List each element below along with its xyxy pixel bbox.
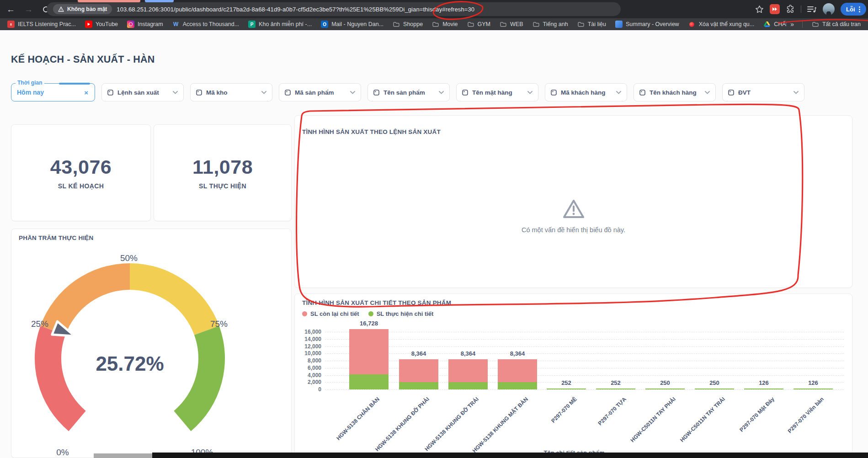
bookmark-item[interactable]: WEB	[495, 19, 527, 29]
gauge-segment	[174, 326, 225, 431]
chevron-down-icon	[439, 91, 444, 94]
label-icon	[107, 90, 113, 96]
filter-time-clear-icon[interactable]: ×	[83, 89, 89, 96]
stacked-bar[interactable]	[744, 389, 783, 389]
bookmark-item[interactable]: OMail - Nguyen Dan...	[316, 19, 388, 29]
filter-chip-label: Tên mặt hàng	[472, 89, 523, 96]
bar-value-label: 126	[743, 379, 784, 386]
profile-avatar[interactable]	[823, 3, 835, 15]
back-icon[interactable]: ←	[6, 5, 15, 14]
stat-card-plan[interactable]: 43,076 SL KẾ HOẠCH	[11, 124, 151, 221]
error-card-title: TÌNH HÌNH SẢN XUẤT THEO LỆNH SẢN XUẤT	[302, 128, 441, 135]
filter-chip-label: ĐVT	[738, 89, 789, 96]
error-message: Có một vấn đề hiển thị biểu đồ này.	[522, 226, 625, 234]
y-axis-tick-label: 0	[295, 386, 321, 393]
gauge-segment	[130, 263, 219, 335]
filter-time-label: Thời gian	[16, 80, 44, 86]
stacked-bar[interactable]	[547, 389, 586, 389]
all-bookmarks-item[interactable]: Tất cả dấu tran	[807, 19, 865, 29]
bar-segment-actual	[349, 374, 389, 389]
media-playlist-icon[interactable]	[807, 5, 817, 13]
bar-value-label: 252	[595, 379, 636, 386]
label-icon	[196, 90, 202, 96]
bar-chart-card[interactable]: TÌNH HÌNH SẢN XUẤT CHI TIẾT THEO SẢN PHẨ…	[294, 293, 852, 458]
filter-chip[interactable]: Lệnh sản xuất	[101, 83, 184, 101]
filter-chip-label: Mã kho	[206, 89, 257, 96]
bookmarks-overflow-icon[interactable]: »	[787, 21, 798, 28]
bookmark-label: WEB	[510, 21, 523, 27]
bookmark-item[interactable]: ‖IELTS Listening Prac...	[3, 19, 80, 29]
bookmark-star-icon[interactable]	[755, 5, 764, 14]
stat-card-actual[interactable]: 11,078 SL THỰC HIỆN	[154, 124, 292, 221]
bookmark-item[interactable]: Tài liệu	[573, 19, 611, 29]
gauge-card-title: PHẦN TRĂM THỰC HIỆN	[19, 234, 94, 241]
filter-chip[interactable]: Mã sản phẩm	[279, 83, 361, 101]
all-bookmarks-label: Tất cả dấu tran	[822, 21, 861, 27]
bar-value-label: 250	[644, 379, 686, 386]
stacked-bar[interactable]	[349, 329, 389, 389]
stacked-bar[interactable]	[695, 389, 734, 389]
fast-forward-extension-icon[interactable]	[770, 4, 780, 14]
bookmark-item[interactable]: CHẤM CÔNG NHÀ...	[759, 19, 787, 29]
gauge-segment	[41, 263, 130, 335]
stacked-bar[interactable]	[399, 359, 438, 389]
stacked-bar[interactable]	[645, 389, 685, 389]
bookmark-item[interactable]: PKho ảnh miễn phí -...	[244, 19, 316, 29]
stacked-bar[interactable]	[596, 389, 635, 389]
chevron-down-icon	[173, 91, 178, 94]
profile-error-badge[interactable]: Lỗi	[841, 3, 866, 16]
bookmark-item[interactable]: Movie	[427, 19, 462, 29]
gauge-card[interactable]: PHẦN TRĂM THỰC HIỆN 0%25%50%75%100%25.72…	[11, 229, 292, 458]
filter-chip[interactable]: Mã kho	[190, 83, 272, 101]
filter-chip[interactable]: Tên khách hàng	[634, 83, 716, 101]
label-icon	[728, 90, 734, 96]
bar-segment-actual	[399, 382, 438, 389]
bookmark-item[interactable]: WAccess to Thousand...	[168, 19, 244, 29]
stacked-bar[interactable]	[498, 359, 537, 389]
legend-item[interactable]: SL thực hiện chi tiết	[368, 310, 434, 317]
address-bar[interactable]: Không bảo mật 103.68.251.206:3001/public…	[47, 2, 621, 16]
extensions-puzzle-icon[interactable]	[786, 5, 795, 14]
folder-icon	[500, 21, 507, 28]
stacked-bar[interactable]	[448, 359, 488, 389]
y-axis-tick-label: 6,000	[295, 365, 321, 371]
filter-time-value[interactable]: Hôm nay	[17, 89, 79, 96]
bookmark-item[interactable]: YouTube	[80, 19, 122, 29]
gauge-tick-label: 75%	[210, 319, 228, 329]
filter-chip[interactable]: Tên mặt hàng	[456, 83, 538, 101]
bookmark-item[interactable]: Instagram	[122, 19, 168, 29]
bookmarks-list: ‖IELTS Listening Prac...YouTubeInstagram…	[3, 19, 787, 29]
filter-chip[interactable]: Mã khách hàng	[545, 83, 627, 101]
filter-time[interactable]: Thời gian Hôm nay ×	[11, 83, 95, 101]
ielts-icon: ‖	[7, 21, 15, 28]
bookmark-label: Movie	[442, 21, 458, 27]
bookmark-label: Access to Thousand...	[183, 21, 239, 27]
url-fragment: #refresh=30	[442, 6, 474, 13]
bookmark-label: Tài liệu	[588, 21, 606, 27]
security-chip[interactable]: Không bảo mật	[53, 4, 112, 14]
filter-chip[interactable]: ĐVT	[722, 83, 804, 101]
stacked-bar[interactable]	[793, 389, 833, 389]
bookmarks-right-group: » Tất cả dấu tran	[787, 19, 865, 29]
forward-icon[interactable]: →	[24, 5, 33, 14]
y-axis-tick-label: 8,000	[295, 357, 321, 364]
folder-icon	[432, 21, 439, 28]
bar-value-label: 8,364	[398, 350, 439, 357]
bar-value-label: 126	[793, 379, 834, 386]
bookmark-item[interactable]: Tiếng anh	[528, 19, 573, 29]
label-icon	[551, 90, 557, 96]
bookmark-item[interactable]: Shoppe	[388, 19, 427, 29]
bar-value-label: 16,728	[348, 320, 389, 327]
legend-item[interactable]: SL còn lại chi tiết	[302, 310, 359, 317]
taskbar-edge-dark	[152, 453, 868, 458]
bar-chart-legend: SL còn lại chi tiếtSL thực hiện chi tiết	[302, 310, 433, 317]
bookmark-item[interactable]: GYM	[463, 19, 495, 29]
warning-icon	[58, 6, 64, 12]
error-chart-card[interactable]: TÌNH HÌNH SẢN XUẤT THEO LỆNH SẢN XUẤT Có…	[294, 115, 852, 288]
filter-chip[interactable]: Tên sản phẩm	[367, 83, 450, 101]
bookmark-item[interactable]: Summary - Overview	[611, 19, 684, 29]
chrome-menu-icon[interactable]	[859, 6, 860, 12]
bookmark-item[interactable]: Xóa vật thể xung qu...	[684, 19, 759, 29]
summary-icon	[615, 21, 623, 28]
page-title: KẾ HOẠCH - SẢN XUẤT - HÀN	[11, 54, 154, 65]
